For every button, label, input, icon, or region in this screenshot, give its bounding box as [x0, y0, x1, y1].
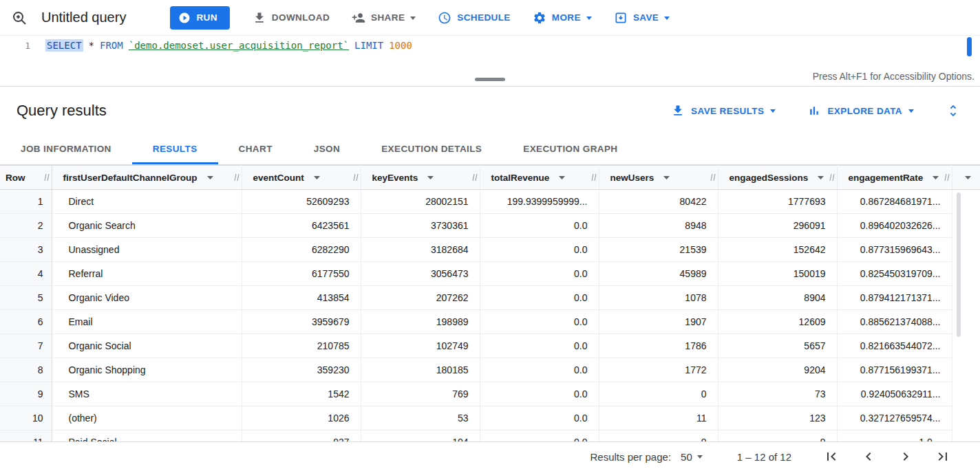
table-cell: 0.0: [480, 214, 599, 238]
column-sort-menu-icon[interactable]: [427, 176, 434, 179]
column-resize-handle[interactable]: [944, 173, 950, 182]
table-cell: 0.879412171371...: [837, 286, 952, 310]
table-cell: 53: [361, 406, 480, 430]
sql-code-line[interactable]: SELECT * FROM `demo.demoset.user_acquisi…: [45, 36, 412, 69]
results-actions: SAVE RESULTS EXPLORE DATA: [671, 103, 961, 118]
column-header-keyEvents: keyEvents: [361, 166, 480, 190]
table-cell: 0.0: [480, 382, 599, 406]
table-cell: 150019: [718, 262, 837, 286]
table-cell: 0: [599, 430, 718, 442]
last-page-icon: [935, 448, 951, 465]
table-cell: 8904: [718, 286, 837, 310]
panel-resize-handle[interactable]: [475, 78, 505, 81]
table-cell: (other): [52, 406, 242, 430]
table-row: 6Email39596791989890.01907126090.8856213…: [0, 310, 980, 334]
more-button[interactable]: MORE: [524, 6, 601, 30]
accessibility-hint: Press Alt+F1 for Accessibility Options.: [813, 71, 974, 82]
table-header-row: RowfirstUserDefaultChannelGroupeventCoun…: [0, 166, 980, 190]
column-header-Row: Row: [0, 166, 52, 190]
tab-job-information[interactable]: JOB INFORMATION: [0, 135, 132, 164]
column-label: newUsers: [610, 173, 654, 183]
results-header: Query results SAVE RESULTS EXPLORE DATA: [0, 87, 980, 135]
column-resize-handle[interactable]: [472, 173, 478, 182]
schedule-button[interactable]: SCHEDULE: [429, 6, 519, 30]
column-sort-menu-icon[interactable]: [818, 176, 824, 179]
table-cell-empty: [952, 382, 980, 406]
table-cell: 0.0: [480, 286, 599, 310]
chevron-down-icon: [908, 109, 914, 113]
column-header-partial: [952, 166, 980, 190]
tab-execution-graph[interactable]: EXECUTION GRAPH: [502, 135, 638, 164]
table-cell: 1542: [242, 382, 361, 406]
column-resize-handle[interactable]: [44, 173, 50, 182]
table-cell: Organic Shopping: [52, 358, 242, 382]
table-cell: 1026: [242, 406, 361, 430]
expand-panel-button[interactable]: [946, 103, 961, 118]
column-sort-menu-icon[interactable]: [207, 176, 213, 179]
table-cell-empty: [952, 358, 980, 382]
previous-page-button[interactable]: [860, 448, 877, 465]
table-cell: Email: [52, 310, 242, 334]
table-cell: 3182684: [361, 238, 480, 262]
first-page-button[interactable]: [823, 448, 840, 465]
page-size-select[interactable]: 50: [681, 451, 703, 463]
column-resize-handle[interactable]: [829, 173, 835, 182]
table-cell: 0.0: [480, 406, 599, 430]
table-cell: 207262: [361, 286, 480, 310]
column-sort-menu-icon[interactable]: [965, 176, 971, 179]
line-number: 1: [0, 36, 34, 69]
run-button[interactable]: RUN: [170, 6, 229, 30]
table-row: 1Direct5260929328002151199.9399959999...…: [0, 190, 980, 214]
next-page-button[interactable]: [897, 448, 914, 465]
column-resize-handle[interactable]: [591, 173, 597, 182]
save-button[interactable]: SAVE: [605, 6, 679, 30]
explore-data-button[interactable]: EXPLORE DATA: [807, 104, 914, 118]
sql-editor[interactable]: 1 SELECT * FROM `demo.demoset.user_acqui…: [0, 36, 980, 69]
table-cell: 0.0: [480, 430, 599, 442]
column-resize-handle[interactable]: [353, 173, 359, 182]
column-sort-menu-icon[interactable]: [933, 176, 939, 179]
column-label: Row: [6, 173, 25, 183]
table-cell: 80422: [599, 190, 718, 214]
column-label: firstUserDefaultChannelGroup: [63, 173, 198, 183]
editor-scrollbar-thumb[interactable]: [967, 37, 972, 56]
sql-limit-value: 1000: [389, 40, 412, 51]
table-cell: 6282290: [242, 238, 361, 262]
tab-chart[interactable]: CHART: [218, 135, 293, 164]
row-number-cell: 2: [0, 214, 52, 238]
pagination-range: 1 – 12 of 12: [737, 451, 791, 463]
save-results-button[interactable]: SAVE RESULTS: [671, 104, 776, 118]
column-sort-menu-icon[interactable]: [314, 176, 320, 179]
table-cell: 9204: [718, 358, 837, 382]
column-sort-menu-icon[interactable]: [559, 176, 565, 179]
table-scrollbar-thumb[interactable]: [957, 193, 961, 337]
table-cell-empty: [952, 430, 980, 442]
table-cell: 413854: [242, 286, 361, 310]
tab-execution-details[interactable]: EXECUTION DETAILS: [361, 135, 502, 164]
download-button[interactable]: DOWNLOAD: [244, 6, 339, 30]
column-resize-handle[interactable]: [710, 173, 716, 182]
table-row: 9SMS15427690.00730.924050632911...: [0, 382, 980, 406]
save-icon: [614, 11, 628, 25]
chevron-right-icon: [897, 448, 914, 465]
sql-table-reference[interactable]: `demo.demoset.user_acquisition_report`: [129, 40, 349, 51]
table-cell: 45989: [599, 262, 718, 286]
last-page-button[interactable]: [935, 448, 951, 465]
row-number-cell: 11: [0, 430, 52, 442]
table-cell: 937: [242, 430, 361, 442]
tab-results[interactable]: RESULTS: [132, 135, 218, 164]
tab-json[interactable]: JSON: [293, 135, 361, 164]
column-resize-handle[interactable]: [234, 173, 239, 182]
column-header-firstUserDefaultChannelGroup: firstUserDefaultChannelGroup: [52, 166, 242, 190]
table-cell: 1772: [599, 358, 718, 382]
table-row: 11Paid Social9371040.0091.0...: [0, 430, 980, 442]
first-page-icon: [823, 448, 840, 465]
column-header-eventCount: eventCount: [242, 166, 361, 190]
table-cell: 1907: [599, 310, 718, 334]
chevron-left-icon: [860, 448, 877, 465]
person-add-icon: [352, 11, 365, 25]
column-sort-menu-icon[interactable]: [663, 176, 670, 179]
table-scrollbar[interactable]: [957, 193, 961, 337]
share-button[interactable]: SHARE: [343, 6, 425, 30]
query-toolbar: Untitled query RUN DOWNLOAD SHARE SCHE: [0, 0, 980, 36]
